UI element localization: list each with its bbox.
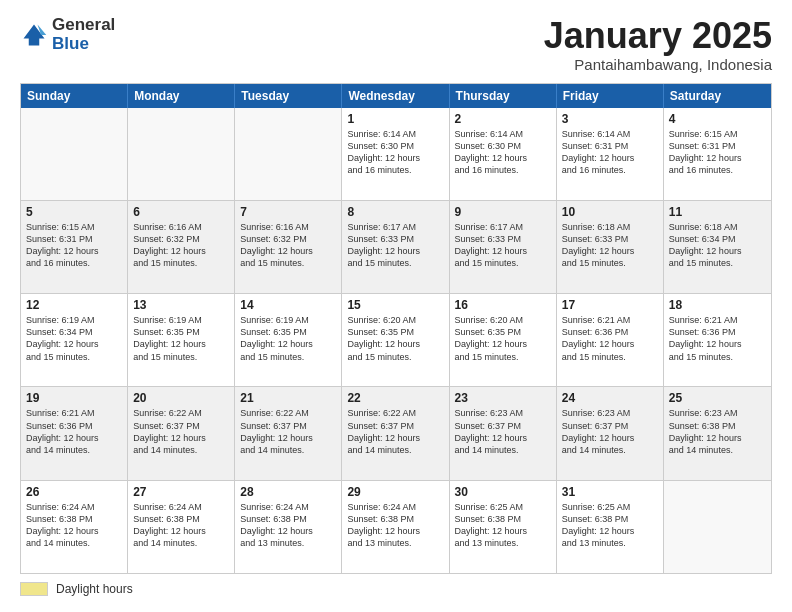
calendar-week-row: 26Sunrise: 6:24 AM Sunset: 6:38 PM Dayli… (21, 480, 771, 573)
day-number: 5 (26, 205, 122, 219)
day-info: Sunrise: 6:15 AM Sunset: 6:31 PM Dayligh… (26, 221, 122, 270)
day-info: Sunrise: 6:19 AM Sunset: 6:34 PM Dayligh… (26, 314, 122, 363)
page: General Blue January 2025 Pantaihambawan… (0, 0, 792, 612)
title-area: January 2025 Pantaihambawang, Indonesia (544, 16, 772, 73)
day-number: 16 (455, 298, 551, 312)
calendar-day-cell: 29Sunrise: 6:24 AM Sunset: 6:38 PM Dayli… (342, 481, 449, 573)
logo-icon (20, 21, 48, 49)
calendar-day-header: Thursday (450, 84, 557, 108)
calendar-day-cell: 12Sunrise: 6:19 AM Sunset: 6:34 PM Dayli… (21, 294, 128, 386)
calendar-day-cell: 16Sunrise: 6:20 AM Sunset: 6:35 PM Dayli… (450, 294, 557, 386)
calendar-day-header: Monday (128, 84, 235, 108)
calendar-day-cell: 26Sunrise: 6:24 AM Sunset: 6:38 PM Dayli… (21, 481, 128, 573)
calendar-week-row: 1Sunrise: 6:14 AM Sunset: 6:30 PM Daylig… (21, 108, 771, 200)
daylight-color-box (20, 582, 48, 596)
day-info: Sunrise: 6:19 AM Sunset: 6:35 PM Dayligh… (133, 314, 229, 363)
calendar-week-row: 12Sunrise: 6:19 AM Sunset: 6:34 PM Dayli… (21, 293, 771, 386)
day-info: Sunrise: 6:24 AM Sunset: 6:38 PM Dayligh… (347, 501, 443, 550)
header: General Blue January 2025 Pantaihambawan… (20, 16, 772, 73)
day-number: 14 (240, 298, 336, 312)
day-number: 27 (133, 485, 229, 499)
calendar-body: 1Sunrise: 6:14 AM Sunset: 6:30 PM Daylig… (21, 108, 771, 573)
calendar-day-cell (235, 108, 342, 200)
day-number: 17 (562, 298, 658, 312)
day-info: Sunrise: 6:16 AM Sunset: 6:32 PM Dayligh… (133, 221, 229, 270)
calendar-week-row: 5Sunrise: 6:15 AM Sunset: 6:31 PM Daylig… (21, 200, 771, 293)
calendar-day-cell: 31Sunrise: 6:25 AM Sunset: 6:38 PM Dayli… (557, 481, 664, 573)
day-info: Sunrise: 6:21 AM Sunset: 6:36 PM Dayligh… (26, 407, 122, 456)
day-number: 6 (133, 205, 229, 219)
day-number: 4 (669, 112, 766, 126)
day-info: Sunrise: 6:23 AM Sunset: 6:38 PM Dayligh… (669, 407, 766, 456)
calendar-day-cell: 22Sunrise: 6:22 AM Sunset: 6:37 PM Dayli… (342, 387, 449, 479)
day-info: Sunrise: 6:15 AM Sunset: 6:31 PM Dayligh… (669, 128, 766, 177)
day-number: 12 (26, 298, 122, 312)
calendar-day-cell: 27Sunrise: 6:24 AM Sunset: 6:38 PM Dayli… (128, 481, 235, 573)
calendar-day-cell: 17Sunrise: 6:21 AM Sunset: 6:36 PM Dayli… (557, 294, 664, 386)
day-number: 11 (669, 205, 766, 219)
month-title: January 2025 (544, 16, 772, 56)
calendar-day-cell: 2Sunrise: 6:14 AM Sunset: 6:30 PM Daylig… (450, 108, 557, 200)
day-number: 29 (347, 485, 443, 499)
calendar-day-cell: 28Sunrise: 6:24 AM Sunset: 6:38 PM Dayli… (235, 481, 342, 573)
day-info: Sunrise: 6:25 AM Sunset: 6:38 PM Dayligh… (455, 501, 551, 550)
calendar-day-cell: 23Sunrise: 6:23 AM Sunset: 6:37 PM Dayli… (450, 387, 557, 479)
logo-blue: Blue (52, 35, 115, 54)
day-info: Sunrise: 6:20 AM Sunset: 6:35 PM Dayligh… (347, 314, 443, 363)
day-info: Sunrise: 6:24 AM Sunset: 6:38 PM Dayligh… (133, 501, 229, 550)
daylight-label: Daylight hours (56, 582, 133, 596)
calendar-day-header: Friday (557, 84, 664, 108)
day-number: 22 (347, 391, 443, 405)
calendar-day-cell (21, 108, 128, 200)
day-number: 18 (669, 298, 766, 312)
day-info: Sunrise: 6:16 AM Sunset: 6:32 PM Dayligh… (240, 221, 336, 270)
day-number: 21 (240, 391, 336, 405)
day-number: 7 (240, 205, 336, 219)
day-number: 20 (133, 391, 229, 405)
calendar-day-cell: 14Sunrise: 6:19 AM Sunset: 6:35 PM Dayli… (235, 294, 342, 386)
calendar-day-cell: 25Sunrise: 6:23 AM Sunset: 6:38 PM Dayli… (664, 387, 771, 479)
day-info: Sunrise: 6:22 AM Sunset: 6:37 PM Dayligh… (347, 407, 443, 456)
calendar-day-header: Wednesday (342, 84, 449, 108)
day-number: 23 (455, 391, 551, 405)
calendar-day-cell (128, 108, 235, 200)
logo-text: General Blue (52, 16, 115, 53)
calendar-day-cell: 18Sunrise: 6:21 AM Sunset: 6:36 PM Dayli… (664, 294, 771, 386)
calendar-header: SundayMondayTuesdayWednesdayThursdayFrid… (21, 84, 771, 108)
day-info: Sunrise: 6:20 AM Sunset: 6:35 PM Dayligh… (455, 314, 551, 363)
calendar-day-cell: 10Sunrise: 6:18 AM Sunset: 6:33 PM Dayli… (557, 201, 664, 293)
day-number: 1 (347, 112, 443, 126)
calendar-day-cell: 15Sunrise: 6:20 AM Sunset: 6:35 PM Dayli… (342, 294, 449, 386)
subtitle: Pantaihambawang, Indonesia (544, 56, 772, 73)
logo-general: General (52, 16, 115, 35)
day-info: Sunrise: 6:14 AM Sunset: 6:30 PM Dayligh… (347, 128, 443, 177)
calendar-day-cell: 4Sunrise: 6:15 AM Sunset: 6:31 PM Daylig… (664, 108, 771, 200)
calendar: SundayMondayTuesdayWednesdayThursdayFrid… (20, 83, 772, 574)
day-number: 9 (455, 205, 551, 219)
calendar-day-cell: 11Sunrise: 6:18 AM Sunset: 6:34 PM Dayli… (664, 201, 771, 293)
day-number: 28 (240, 485, 336, 499)
day-number: 13 (133, 298, 229, 312)
calendar-day-cell: 20Sunrise: 6:22 AM Sunset: 6:37 PM Dayli… (128, 387, 235, 479)
day-number: 24 (562, 391, 658, 405)
day-number: 8 (347, 205, 443, 219)
day-info: Sunrise: 6:21 AM Sunset: 6:36 PM Dayligh… (669, 314, 766, 363)
calendar-week-row: 19Sunrise: 6:21 AM Sunset: 6:36 PM Dayli… (21, 386, 771, 479)
day-info: Sunrise: 6:24 AM Sunset: 6:38 PM Dayligh… (26, 501, 122, 550)
day-info: Sunrise: 6:21 AM Sunset: 6:36 PM Dayligh… (562, 314, 658, 363)
calendar-day-header: Sunday (21, 84, 128, 108)
calendar-day-cell: 9Sunrise: 6:17 AM Sunset: 6:33 PM Daylig… (450, 201, 557, 293)
calendar-day-cell: 1Sunrise: 6:14 AM Sunset: 6:30 PM Daylig… (342, 108, 449, 200)
day-info: Sunrise: 6:14 AM Sunset: 6:30 PM Dayligh… (455, 128, 551, 177)
day-number: 31 (562, 485, 658, 499)
calendar-day-cell: 19Sunrise: 6:21 AM Sunset: 6:36 PM Dayli… (21, 387, 128, 479)
calendar-day-cell: 5Sunrise: 6:15 AM Sunset: 6:31 PM Daylig… (21, 201, 128, 293)
day-number: 30 (455, 485, 551, 499)
day-number: 15 (347, 298, 443, 312)
day-number: 25 (669, 391, 766, 405)
day-number: 2 (455, 112, 551, 126)
calendar-day-cell: 13Sunrise: 6:19 AM Sunset: 6:35 PM Dayli… (128, 294, 235, 386)
day-info: Sunrise: 6:23 AM Sunset: 6:37 PM Dayligh… (455, 407, 551, 456)
day-info: Sunrise: 6:18 AM Sunset: 6:34 PM Dayligh… (669, 221, 766, 270)
calendar-day-cell: 8Sunrise: 6:17 AM Sunset: 6:33 PM Daylig… (342, 201, 449, 293)
